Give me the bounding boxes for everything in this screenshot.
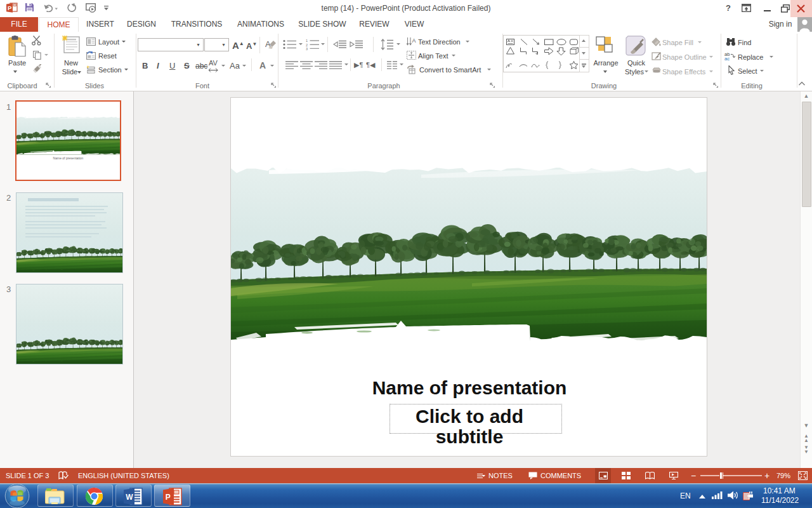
svg-text:P: P (166, 493, 171, 502)
svg-text:1: 1 (306, 39, 308, 43)
svg-text:2: 2 (306, 43, 308, 47)
svg-text:W: W (126, 493, 133, 502)
svg-text:ac: ac (724, 56, 730, 60)
svg-text:3: 3 (306, 47, 308, 50)
svg-text:A: A (412, 37, 416, 44)
